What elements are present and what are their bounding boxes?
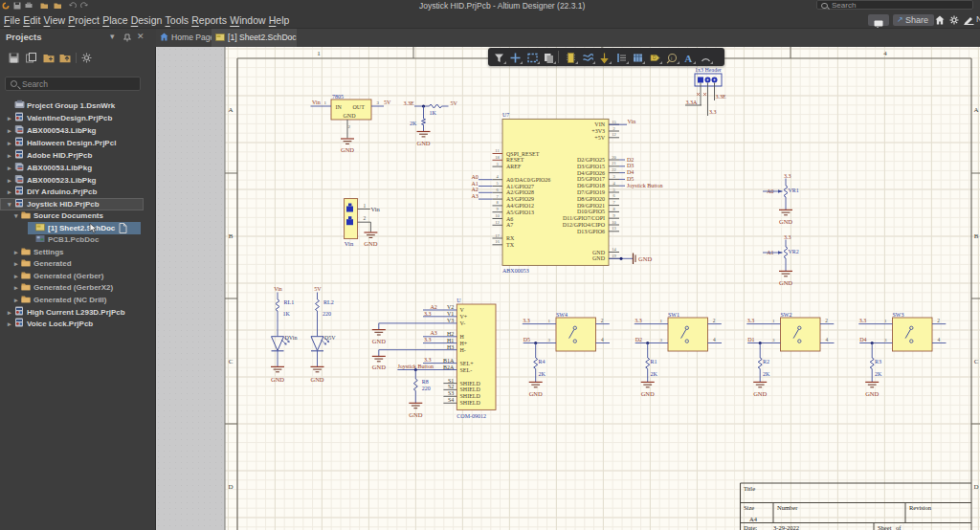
svg-text:A2: A2	[472, 187, 479, 192]
svg-text:A3: A3	[431, 330, 437, 336]
svg-text:A5/GPIO13: A5/GPIO13	[506, 210, 534, 215]
svg-text:17: 17	[495, 233, 500, 238]
svg-text:RL1: RL1	[284, 299, 295, 305]
svg-text:D8/GPIO20: D8/GPIO20	[577, 196, 605, 202]
svg-text:GND: GND	[364, 240, 377, 247]
svg-text:3.3A: 3.3A	[686, 99, 699, 105]
svg-text:1K: 1K	[283, 311, 291, 317]
svg-text:4: 4	[601, 337, 604, 342]
svg-text:A7: A7	[506, 222, 513, 228]
svg-text:Joystick Button: Joystick Button	[627, 183, 663, 188]
svg-text:A4/GPIO12: A4/GPIO12	[506, 203, 534, 209]
svg-text:of: of	[896, 524, 902, 530]
svg-text:D4/GPIO26: D4/GPIO26	[577, 170, 605, 176]
svg-text:GND: GND	[865, 390, 879, 397]
svg-text:GND: GND	[416, 140, 430, 146]
svg-text:SHIELD: SHIELD	[460, 386, 481, 392]
svg-text:V-: V-	[460, 320, 466, 326]
svg-text:SHIELD: SHIELD	[460, 381, 481, 386]
svg-text:RESET: RESET	[506, 157, 524, 163]
svg-text:U7: U7	[502, 112, 509, 118]
svg-text:H2: H2	[447, 331, 454, 337]
svg-text:ABX00053: ABX00053	[502, 268, 529, 274]
svg-text:3.3: 3.3	[635, 318, 642, 323]
svg-text:SHIELD: SHIELD	[460, 400, 481, 406]
svg-text:20: 20	[612, 155, 616, 160]
svg-text:12: 12	[612, 132, 616, 137]
svg-text:D2/GPIO25: D2/GPIO25	[577, 157, 605, 163]
svg-text:D9/GPIO21: D9/GPIO21	[577, 203, 605, 209]
svg-text:H+: H+	[460, 341, 468, 346]
svg-text:10: 10	[495, 213, 500, 218]
svg-text:A4: A4	[749, 516, 758, 522]
svg-text:H3: H3	[447, 344, 454, 350]
svg-text:D4: D4	[627, 169, 634, 175]
svg-text:+3V3: +3V3	[591, 128, 605, 134]
svg-text:AREF: AREF	[506, 164, 522, 169]
svg-text:5V: 5V	[384, 99, 391, 105]
svg-text:D10/GPIO5: D10/GPIO5	[577, 209, 605, 214]
svg-text:3.3E: 3.3E	[404, 100, 415, 106]
svg-text:DVin: DVin	[285, 335, 298, 341]
svg-text:SEL+: SEL+	[460, 361, 475, 366]
svg-text:D13/GPIO6: D13/GPIO6	[577, 229, 605, 234]
svg-text:H-: H-	[460, 347, 466, 353]
svg-text:V2: V2	[447, 304, 454, 310]
svg-text:2: 2	[937, 318, 940, 323]
svg-text:1K: 1K	[430, 110, 437, 116]
svg-text:3.3: 3.3	[523, 318, 530, 323]
svg-text:3.3: 3.3	[784, 234, 791, 240]
svg-text:R8: R8	[422, 379, 429, 385]
svg-text:R4: R4	[539, 359, 546, 364]
svg-text:Revision: Revision	[909, 504, 932, 511]
svg-text:13: 13	[612, 226, 616, 231]
svg-text:22: 22	[612, 167, 616, 172]
svg-text:D4: D4	[859, 337, 866, 342]
svg-text:GND: GND	[592, 250, 606, 255]
svg-text:D3: D3	[627, 163, 634, 168]
svg-text:1: 1	[317, 50, 321, 57]
svg-text:12: 12	[495, 220, 500, 225]
svg-text:V1: V1	[447, 311, 454, 317]
svg-text:3.3: 3.3	[424, 357, 432, 363]
svg-text:3.3: 3.3	[709, 109, 717, 115]
svg-text:RL2: RL2	[323, 299, 334, 305]
svg-text:R3: R3	[875, 359, 881, 364]
svg-text:H1: H1	[447, 338, 454, 343]
svg-text:Date:: Date:	[744, 524, 757, 530]
svg-text:3.3: 3.3	[859, 318, 867, 323]
svg-text:A2: A2	[431, 304, 437, 310]
svg-text:V3: V3	[447, 318, 454, 323]
svg-text:4: 4	[883, 50, 887, 57]
svg-text:4: 4	[938, 337, 941, 342]
svg-text:14: 14	[612, 247, 616, 252]
svg-text:C: C	[974, 358, 979, 365]
svg-text:220: 220	[422, 386, 431, 391]
svg-text:OUT: OUT	[353, 104, 366, 110]
svg-text:Vin: Vin	[345, 240, 354, 247]
svg-text:A0/DAC0/GPIO26: A0/DAC0/GPIO26	[506, 177, 550, 183]
svg-text:2: 2	[713, 318, 716, 323]
svg-text:S1: S1	[448, 378, 454, 384]
svg-text:RX: RX	[506, 235, 515, 241]
svg-text:3.3: 3.3	[784, 173, 791, 179]
svg-text:R2: R2	[763, 359, 769, 364]
svg-text:R1: R1	[651, 359, 657, 364]
svg-text:18: 18	[495, 155, 500, 160]
svg-text:Number: Number	[777, 504, 798, 511]
svg-text:GND: GND	[341, 146, 354, 153]
svg-text:VIN: VIN	[594, 121, 605, 127]
svg-text:GND: GND	[372, 364, 386, 370]
svg-text:GND: GND	[753, 390, 767, 397]
svg-text:H: H	[460, 334, 465, 340]
svg-text:Vin: Vin	[371, 206, 381, 212]
svg-text:VR1: VR1	[789, 188, 799, 193]
svg-text:GND: GND	[529, 390, 543, 397]
svg-text:A1: A1	[472, 181, 479, 187]
svg-text:GND: GND	[310, 376, 323, 383]
svg-text:A2/GPIO28: A2/GPIO28	[506, 189, 534, 195]
svg-text:1x3 Header: 1x3 Header	[695, 67, 722, 73]
svg-text:19: 19	[612, 254, 616, 258]
svg-text:Vin: Vin	[312, 99, 321, 105]
svg-text:S3: S3	[448, 390, 454, 396]
